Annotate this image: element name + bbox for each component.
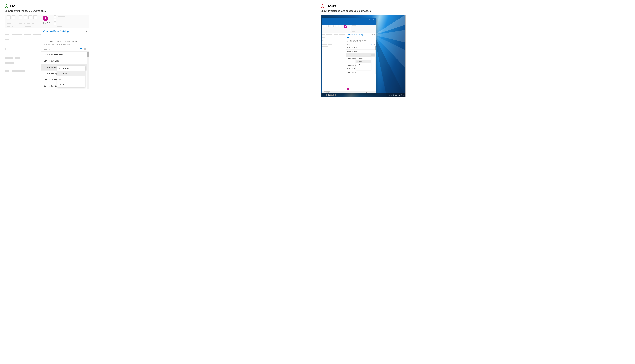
svg-point-5 [61, 79, 61, 80]
list-item[interactable]: Contoso 60 - 65w Equal [346, 46, 376, 50]
dont-example-screenshot: ― □ ✕ [321, 14, 405, 97]
status-bar: − + 100% [322, 91, 376, 93]
lightbulb-icon [344, 25, 347, 28]
lightbulb-icon [43, 16, 48, 21]
x-circle-icon [321, 4, 324, 8]
scrollbar-thumb[interactable] [87, 52, 89, 57]
hamburger-menu-button[interactable] [346, 36, 376, 39]
grid-view-icon[interactable] [373, 44, 374, 45]
context-menu-insert[interactable]: Insert [356, 60, 371, 63]
grid-view-icon[interactable] [84, 48, 87, 50]
zoom-slider[interactable] [364, 92, 371, 92]
ribbon-button-placeholder[interactable] [19, 16, 22, 19]
tray-battery-icon[interactable]: ▭ [389, 94, 390, 96]
context-menu-pin[interactable]: Pin [57, 82, 85, 87]
scrollbar-thumb[interactable] [375, 46, 376, 50]
window-maximize-button[interactable]: □ [368, 18, 372, 21]
list-item[interactable]: Contoso 85w Equal [41, 58, 89, 64]
tray-volume-icon[interactable]: 🔊 [393, 94, 394, 96]
svg-point-0 [5, 4, 8, 8]
view-button[interactable] [328, 92, 330, 93]
list-view-icon[interactable] [371, 44, 372, 45]
zoom-level[interactable]: 100% [373, 92, 375, 93]
list-view-icon[interactable] [80, 48, 82, 50]
parts-catalog-ribbon-button[interactable]: Parts Catalog Contoso [40, 16, 50, 25]
ribbon-button-placeholder[interactable] [33, 16, 37, 19]
context-menu-preview[interactable]: Preview [57, 66, 85, 71]
ribbon-button-placeholder[interactable] [54, 16, 56, 18]
breadcrumb: LED - R30 - 2700K - Warm White 16 result… [41, 39, 89, 46]
brand-avatar-icon: C [347, 88, 349, 90]
zoom-out-button[interactable]: − [363, 92, 363, 93]
dont-title: Don't [326, 4, 336, 8]
start-button[interactable] [322, 94, 323, 96]
task-pane-dropdown-icon[interactable]: ▼ [83, 30, 85, 32]
view-button[interactable] [326, 92, 328, 93]
context-menu-preview[interactable]: Preview [356, 57, 371, 60]
do-example-screenshot: Parts Catalog Contoso [5, 14, 89, 97]
list-item[interactable]: Contoso 60 - 65w Equal [41, 52, 89, 58]
svg-point-10 [357, 58, 358, 58]
pin-icon [59, 83, 61, 86]
dont-column: Don't Show unrelated UI and excessive em… [321, 4, 630, 97]
task-pane: Contoso Parts Catalog ▼ ✕ LED - R30 - 27… [41, 29, 89, 97]
ribbon-button-label-1: Parts Catalog [41, 22, 50, 23]
task-pane-close-icon[interactable]: ✕ [374, 34, 375, 36]
tray-keyboard-icon[interactable]: ⌨ [395, 94, 397, 96]
brand-footer[interactable]: C Contoso [347, 88, 354, 90]
ribbon-button-placeholder[interactable] [24, 16, 27, 19]
ribbon-button-placeholder[interactable] [7, 16, 11, 19]
ribbon-button-placeholder[interactable] [29, 16, 32, 19]
svg-point-3 [60, 68, 61, 69]
ribbon-button-placeholder[interactable] [54, 22, 56, 25]
window-close-button[interactable]: ✕ [372, 18, 376, 21]
taskbar-app-icon[interactable] [326, 94, 327, 96]
hamburger-menu-button[interactable] [41, 34, 89, 39]
insert-icon [59, 73, 61, 75]
insert-icon [357, 61, 358, 62]
ribbon-button-placeholder[interactable] [12, 16, 15, 19]
taskbar-app-icon[interactable] [328, 94, 330, 96]
tray-network-icon[interactable]: ⏚ [391, 94, 392, 96]
preview-icon [59, 67, 61, 70]
ribbon-button-placeholder[interactable] [54, 19, 56, 22]
task-pane-close-icon[interactable]: ✕ [86, 30, 88, 32]
sort-direction-icon[interactable]: ↓ [350, 44, 351, 45]
taskbar-app-icon[interactable] [330, 94, 332, 96]
view-button[interactable] [324, 92, 326, 93]
format-icon [59, 78, 61, 80]
check-circle-icon [5, 4, 8, 8]
sort-direction-icon[interactable]: ↓ [49, 48, 50, 50]
taskbar-app-icon[interactable] [332, 94, 334, 96]
scrollbar-track[interactable] [87, 52, 89, 89]
task-pane-dropdown-icon[interactable]: ▾ [372, 34, 373, 36]
list-item-selected[interactable]: Contoso 60 - 65w Equal ••• [346, 53, 376, 57]
scrollbar-track[interactable] [375, 46, 376, 74]
list-item[interactable]: Contoso 85w Equal [346, 71, 376, 74]
tray-chevron-icon[interactable]: ︿ [387, 94, 388, 96]
system-clock[interactable]: 6:30 AM 7/30/2015 [398, 94, 402, 96]
ribbon: Parts Catalog Contoso [322, 24, 376, 33]
context-menu-pin[interactable]: Pin [356, 66, 371, 70]
context-menu: Preview Insert Format Pin [57, 66, 85, 87]
window-tabstrip [322, 22, 376, 24]
context-menu-format[interactable]: Format [356, 63, 371, 66]
do-subtitle: Show relevant interface elements only. [5, 10, 314, 12]
context-menu: Preview Insert Format [356, 57, 371, 70]
window-minimize-button[interactable]: ― [364, 18, 367, 21]
window-titlebar[interactable]: ― □ ✕ [322, 18, 376, 22]
more-actions-button[interactable]: ••• [371, 54, 374, 56]
context-menu-format[interactable]: Format [57, 76, 85, 82]
sort-column-label[interactable]: Name [44, 48, 48, 50]
task-pane-title: Contoso Parts Catalog [43, 30, 69, 33]
pin-icon [357, 67, 358, 69]
breadcrumb-subtitle: 16 results in LED - R30 - 60-65 Watt Equ… [44, 44, 87, 45]
zoom-in-button[interactable]: + [371, 92, 372, 93]
context-menu-insert[interactable]: Insert [57, 71, 85, 76]
tray-notifications-icon[interactable]: ▢ [403, 94, 405, 96]
ribbon: Parts Catalog Contoso [5, 15, 89, 28]
taskbar-app-icon[interactable] [334, 94, 336, 96]
format-icon [357, 64, 358, 66]
windows-taskbar[interactable]: ︿ ▭ ⏚ 🔊 ⌨ 6:30 AM 7/30/2015 ▢ [321, 93, 405, 97]
list-item[interactable]: Contoso 85w Equal [346, 50, 376, 53]
